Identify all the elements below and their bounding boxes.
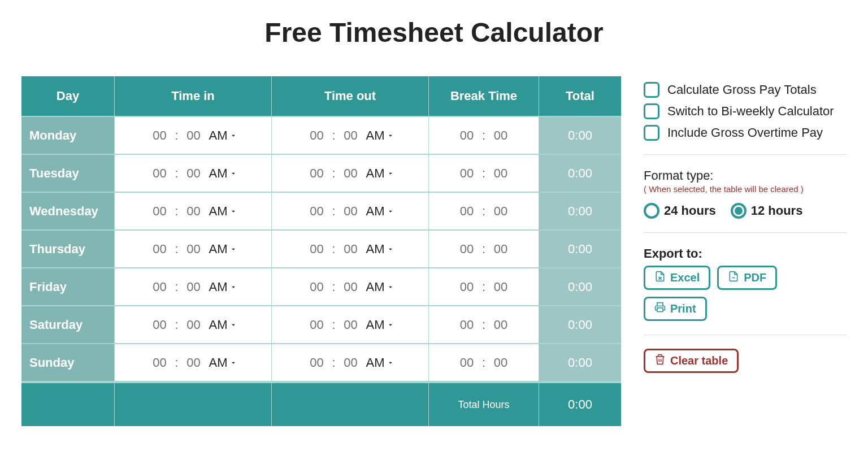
time-sep: : [332,242,335,257]
time-out-hours[interactable] [306,355,327,371]
time-out-minutes[interactable] [340,128,362,144]
time-in-hours[interactable] [149,128,170,144]
time-in-minutes[interactable] [183,166,205,181]
row-total: 0:00 [539,305,621,343]
break-hours[interactable] [456,241,478,257]
time-in-minutes[interactable] [183,128,205,144]
table-row: Sunday:AM:AM:0:00 [21,343,621,381]
export-print-button[interactable]: Print [644,297,707,321]
time-in-minutes[interactable] [183,279,205,295]
time-in-ampm[interactable]: AM [209,242,237,257]
break-minutes[interactable] [490,128,511,144]
time-in-hours[interactable] [149,355,170,371]
checkbox-gross-pay[interactable] [644,82,659,98]
time-out-hours[interactable] [306,166,327,181]
time-sep: : [175,128,178,143]
radio-12h[interactable]: 12 hours [731,203,803,219]
break-hours[interactable] [456,128,478,144]
export-title: Export to: [644,246,847,261]
time-out-hours[interactable] [306,203,327,219]
clear-table-label: Clear table [670,354,728,367]
row-total: 0:00 [539,116,621,154]
time-out-hours[interactable] [306,128,327,144]
export-pdf-button[interactable]: PDF [717,266,777,290]
file-pdf-icon [728,271,739,285]
break-minutes[interactable] [490,355,511,371]
time-out-hours[interactable] [306,279,327,295]
time-sep: : [482,242,485,257]
time-out-minutes[interactable] [340,317,362,333]
time-out-ampm[interactable]: AM [366,355,394,370]
checkbox-biweekly[interactable] [644,103,659,119]
time-in-hours[interactable] [149,166,170,181]
break-minutes[interactable] [490,279,511,295]
time-out-minutes[interactable] [340,279,362,295]
break-minutes[interactable] [490,203,511,219]
row-total: 0:00 [539,229,621,267]
time-out-minutes[interactable] [340,166,362,181]
time-out-minutes[interactable] [340,355,362,371]
page-title: Free Timesheet Calculator [21,17,847,48]
time-in-ampm[interactable]: AM [209,204,237,219]
table-row: Monday:AM:AM:0:00 [21,116,621,154]
time-out-minutes[interactable] [340,203,362,219]
break-minutes[interactable] [490,166,511,181]
label-biweekly: Switch to Bi-weekly Calculator [667,104,834,119]
time-in-hours[interactable] [149,317,170,333]
time-out-ampm[interactable]: AM [366,318,394,332]
time-in-ampm[interactable]: AM [209,128,237,143]
time-out-hours[interactable] [306,241,327,257]
time-sep: : [332,204,335,219]
break-hours[interactable] [456,279,478,295]
time-out-ampm[interactable]: AM [366,166,394,181]
time-sep: : [175,242,178,257]
time-out-minutes[interactable] [340,241,362,257]
chevron-down-icon [387,355,394,370]
time-in-hours[interactable] [149,241,170,257]
time-out-hours[interactable] [306,317,327,333]
table-row: Friday:AM:AM:0:00 [21,267,621,305]
break-minutes[interactable] [490,241,511,257]
time-out-ampm[interactable]: AM [366,242,394,257]
time-in-hours[interactable] [149,203,170,219]
break-hours[interactable] [456,355,478,371]
time-in-hours[interactable] [149,279,170,295]
row-total: 0:00 [539,154,621,192]
break-hours[interactable] [456,166,478,181]
time-sep: : [175,204,178,219]
time-sep: : [332,318,335,332]
break-minutes[interactable] [490,317,511,333]
table-row: Thursday:AM:AM:0:00 [21,229,621,267]
label-overtime: Include Gross Overtime Pay [667,125,823,140]
time-in-minutes[interactable] [183,241,205,257]
timesheet-table: Day Time in Time out Break Time Total Mo… [21,76,621,426]
radio-24h[interactable]: 24 hours [644,203,716,219]
col-total: Total [539,76,621,116]
radio-24h-label: 24 hours [664,203,716,218]
row-total: 0:00 [539,267,621,305]
export-excel-button[interactable]: Excel [644,266,710,290]
break-hours[interactable] [456,203,478,219]
svg-rect-0 [657,308,663,312]
time-out-ampm[interactable]: AM [366,204,394,219]
time-sep: : [332,166,335,181]
time-in-minutes[interactable] [183,317,205,333]
time-in-ampm[interactable]: AM [209,355,237,370]
time-in-ampm[interactable]: AM [209,166,237,181]
time-out-ampm[interactable]: AM [366,280,394,294]
time-sep: : [332,355,335,370]
col-break: Break Time [429,76,539,116]
clear-table-button[interactable]: Clear table [644,349,739,373]
time-in-minutes[interactable] [183,203,205,219]
export-excel-label: Excel [670,271,700,284]
time-in-minutes[interactable] [183,355,205,371]
break-hours[interactable] [456,317,478,333]
time-out-ampm[interactable]: AM [366,128,394,143]
checkbox-overtime[interactable] [644,125,659,141]
time-sep: : [175,355,178,370]
format-note: ( When selected, the table will be clear… [644,184,847,194]
table-row: Wednesday:AM:AM:0:00 [21,192,621,229]
time-in-ampm[interactable]: AM [209,280,237,294]
time-in-ampm[interactable]: AM [209,318,237,332]
time-sep: : [175,318,178,332]
